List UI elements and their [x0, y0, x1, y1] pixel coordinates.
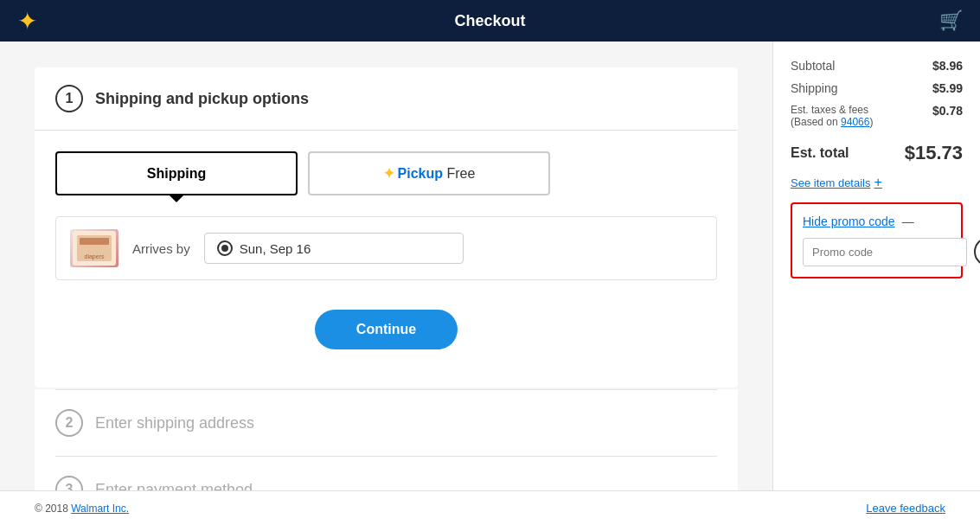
est-total-label: Est. total: [791, 145, 849, 161]
est-total-value: $15.73: [905, 142, 963, 164]
walmart-link[interactable]: Walmart Inc.: [71, 503, 129, 515]
see-details-text: See item details: [791, 176, 871, 189]
plus-icon: +: [874, 175, 882, 190]
right-sidebar: Subtotal $8.96 Shipping $5.99 Est. taxes…: [772, 42, 980, 525]
taxes-based-label: (Based on: [791, 116, 841, 128]
radio-button[interactable]: [217, 240, 233, 256]
pickup-label: Pickup: [398, 166, 443, 181]
cart-icon[interactable]: 🛒: [939, 10, 963, 32]
left-content: 1 Shipping and pickup options Shipping ✦…: [0, 42, 772, 525]
header: ✦ Checkout 🛒: [0, 0, 980, 42]
arrival-date: Sun, Sep 16: [240, 241, 311, 256]
promo-code-input[interactable]: [803, 238, 967, 266]
step2-title: Enter shipping address: [95, 414, 254, 432]
walmart-logo: ✦: [17, 7, 37, 35]
promo-input-row: Apply: [803, 237, 951, 266]
header-title: Checkout: [454, 12, 525, 30]
hide-promo-row: Hide promo code —: [803, 214, 951, 228]
copyright: © 2018 Walmart Inc.: [35, 503, 129, 515]
product-thumbnail: diapers: [70, 229, 118, 267]
svg-rect-2: [80, 238, 109, 245]
promo-section: Hide promo code — Apply: [791, 202, 963, 279]
step1-number: 1: [55, 85, 83, 112]
step2-number: 2: [55, 409, 83, 437]
arrives-row: diapers Arrives by Sun, Sep 16: [55, 216, 717, 280]
continue-wrapper: Continue: [55, 301, 717, 367]
shipping-row: Shipping $5.99: [791, 81, 963, 95]
main-container: 1 Shipping and pickup options Shipping ✦…: [0, 42, 980, 525]
leave-feedback-link[interactable]: Leave feedback: [866, 502, 945, 515]
date-radio[interactable]: Sun, Sep 16: [204, 233, 464, 264]
pickup-tab[interactable]: ✦Pickup Free: [308, 151, 550, 195]
taxes-zip-link[interactable]: 94066: [841, 116, 869, 128]
step2-section: 2 Enter shipping address: [35, 390, 738, 456]
footer: © 2018 Walmart Inc. Leave feedback: [0, 490, 980, 525]
shipping-label: Shipping: [791, 81, 838, 95]
step1-content: Shipping ✦Pickup Free diapers: [35, 131, 738, 387]
pickup-free-label: Free: [447, 166, 476, 181]
taxes-label: Est. taxes & fees (Based on 94066): [791, 104, 873, 128]
step1-section: 1 Shipping and pickup options Shipping ✦…: [35, 67, 738, 387]
shipping-tabs: Shipping ✦Pickup Free: [55, 151, 717, 195]
subtotal-label: Subtotal: [791, 59, 835, 73]
hide-promo-link[interactable]: Hide promo code: [803, 214, 895, 228]
est-total-row: Est. total $15.73: [791, 138, 963, 164]
step1-header: 1 Shipping and pickup options: [35, 67, 738, 131]
shipping-tab[interactable]: Shipping: [55, 151, 298, 195]
arrives-by-label: Arrives by: [132, 241, 190, 256]
subtotal-value: $8.96: [932, 59, 963, 73]
apply-button[interactable]: Apply: [974, 237, 980, 266]
subtotal-row: Subtotal $8.96: [791, 59, 963, 73]
taxes-row: Est. taxes & fees (Based on 94066) $0.78: [791, 104, 963, 128]
step1-title: Shipping and pickup options: [95, 90, 309, 108]
taxes-sublabel-end: ): [869, 116, 873, 128]
promo-dash: —: [902, 214, 914, 228]
taxes-value: $0.78: [932, 104, 963, 128]
pickup-spark-icon: ✦: [383, 166, 394, 181]
taxes-label-text: Est. taxes & fees: [791, 104, 868, 116]
svg-text:diapers: diapers: [85, 253, 105, 260]
see-item-details[interactable]: See item details +: [791, 175, 963, 190]
continue-button[interactable]: Continue: [315, 310, 458, 349]
shipping-value: $5.99: [932, 81, 963, 95]
